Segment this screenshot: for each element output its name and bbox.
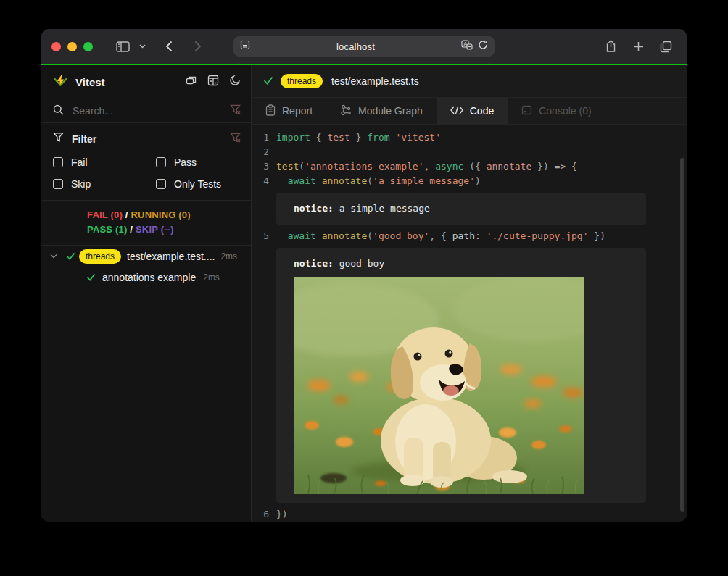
checkbox-icon[interactable] (53, 157, 63, 167)
tree-guide-line (54, 267, 54, 288)
stats-segment: PASS (1) (87, 224, 128, 235)
tab-bar: Report Module Graph (252, 98, 687, 125)
main-panel: threads test/example.test.ts Report (252, 65, 687, 522)
code-text: await annotate('a simple message') (276, 174, 481, 188)
code-line: 5 await annotate('good boy', { path: './… (252, 229, 687, 243)
line-number: 3 (252, 159, 276, 174)
test-tree: threads test/example.test.... 2ms annota… (41, 246, 251, 522)
translate-icon[interactable]: A (461, 40, 473, 53)
code-lines-block: 1import { test } from 'vitest'23test('an… (252, 130, 687, 188)
line-number: 5 (252, 229, 276, 243)
app-title: Vitest (75, 76, 105, 88)
checkbox-label: Only Tests (174, 178, 221, 190)
sidebar-header: Vitest (41, 65, 251, 99)
dashboard-icon[interactable] (207, 75, 219, 89)
code-line: 4 await annotate('a simple message') (252, 174, 687, 188)
share-icon[interactable] (600, 37, 621, 56)
stats-segment: FAIL (0) (87, 209, 123, 220)
tab-report[interactable]: Report (252, 98, 326, 124)
sidebar-toggle-icon[interactable] (112, 37, 133, 56)
filter-checkbox-pass[interactable]: Pass (156, 156, 241, 168)
filter-checkbox-skip[interactable]: Skip (53, 178, 156, 190)
file-header: threads test/example.test.ts (252, 65, 687, 98)
dark-mode-moon-icon[interactable] (229, 75, 241, 89)
scrollbar-thumb[interactable] (680, 158, 684, 512)
clipboard-icon (265, 104, 276, 118)
test-file-duration: 2ms (220, 251, 237, 262)
tab-module-graph[interactable]: Module Graph (326, 98, 437, 124)
test-case-row[interactable]: annotations example 2ms (41, 267, 251, 288)
filter-checkbox-fail[interactable]: Fail (53, 156, 156, 168)
line-number: 6 (252, 507, 276, 522)
checkbox-label: Pass (174, 156, 197, 168)
search-input[interactable] (73, 105, 230, 117)
clear-search-icon[interactable] (230, 104, 241, 117)
annotation-notice-2: notice: good boy (276, 248, 646, 503)
new-tab-icon[interactable] (627, 37, 649, 56)
close-window-button[interactable] (51, 42, 61, 51)
console-icon (521, 105, 532, 117)
notice-label: notice: (294, 258, 334, 269)
browser-window: localhost A (41, 29, 687, 522)
reload-icon[interactable] (478, 40, 488, 53)
address-bar[interactable]: localhost A (233, 36, 495, 57)
annotation-notice-1: notice: a simple message (276, 193, 646, 225)
code-lines-block: 6})7 (252, 507, 687, 522)
tab-overview-icon[interactable] (655, 37, 677, 56)
tab-label: Console (0) (539, 105, 591, 117)
minimize-window-button[interactable] (67, 42, 77, 51)
puppy-image (294, 277, 584, 494)
checkbox-label: Skip (71, 178, 91, 190)
back-button[interactable] (158, 37, 180, 56)
zoom-window-button[interactable] (83, 42, 93, 51)
checkbox-icon[interactable] (53, 179, 63, 189)
chevron-down-icon[interactable] (46, 254, 62, 259)
notice-text: a simple message (339, 203, 430, 214)
checkbox-label: Fail (71, 156, 88, 168)
code-line: 2 (252, 145, 687, 159)
code-editor[interactable]: 1import { test } from 'vitest'23test('an… (252, 125, 687, 522)
stats-pass-skip: PASS (1) / SKIP (--) (87, 222, 241, 237)
pool-badge: threads (281, 74, 323, 88)
tab-label: Module Graph (358, 105, 423, 117)
checkbox-icon[interactable] (156, 179, 166, 189)
filter-checkbox-only-tests[interactable]: Only Tests (156, 178, 241, 190)
url-text[interactable]: localhost (250, 41, 461, 52)
test-case-name: annotations example (102, 272, 196, 283)
vitest-logo-icon (53, 73, 68, 91)
module-graph-icon (340, 104, 352, 118)
code-text: test('annotations example', async ({ ann… (276, 159, 577, 174)
stats-segment: / (128, 224, 136, 235)
code-lines-block: 5 await annotate('good boy', { path: './… (252, 229, 687, 243)
sidebar: Vitest (41, 65, 252, 522)
pass-check-icon (83, 273, 98, 281)
sidebar-menu-chevron-icon[interactable] (136, 37, 148, 56)
code-line: 1import { test } from 'vitest' (252, 130, 687, 145)
search-icon (53, 104, 64, 118)
browser-toolbar: localhost A (41, 29, 687, 64)
test-stats: FAIL (0) / RUNNING (0) PASS (1) / SKIP (… (41, 201, 251, 246)
line-number: 4 (252, 174, 276, 188)
checkbox-icon[interactable] (156, 157, 166, 167)
stats-segment: RUNNING (0) (131, 209, 190, 220)
collapse-panels-icon[interactable] (186, 75, 197, 89)
traffic-lights (51, 42, 93, 51)
notice-text: good boy (339, 258, 385, 269)
search-row (41, 99, 251, 123)
code-icon (450, 105, 463, 117)
reader-mode-icon[interactable] (240, 40, 250, 53)
tab-console[interactable]: Console (0) (508, 98, 605, 124)
forward-button[interactable] (187, 37, 209, 56)
tab-label: Report (282, 105, 313, 117)
pool-badge: threads (79, 249, 121, 264)
filter-label: Filter (72, 133, 96, 145)
clear-filter-icon[interactable] (230, 133, 241, 146)
test-file-row[interactable]: threads test/example.test.... 2ms (41, 246, 251, 267)
file-path: test/example.test.ts (331, 75, 419, 87)
test-case-duration: 2ms (203, 272, 220, 283)
stats-fail-running: FAIL (0) / RUNNING (0) (87, 208, 241, 222)
tab-code[interactable]: Code (437, 98, 508, 124)
code-line: 6}) (252, 507, 687, 522)
code-line: 3test('annotations example', async ({ an… (252, 159, 687, 174)
code-text: import { test } from 'vitest' (276, 130, 441, 145)
